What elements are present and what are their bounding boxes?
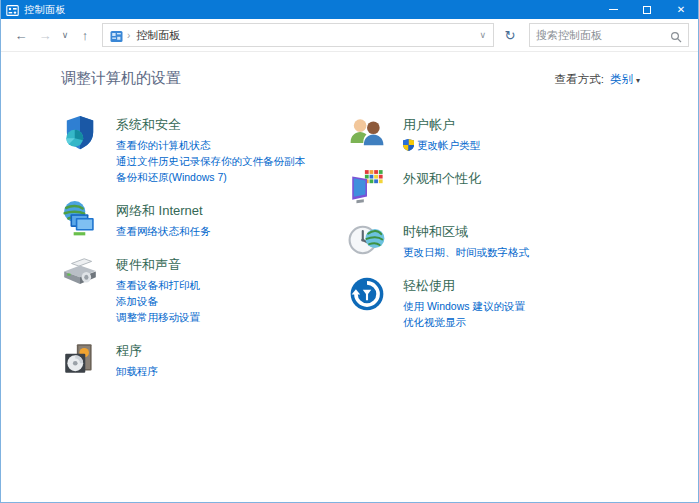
close-icon: ✕ <box>677 4 685 15</box>
programs-icon[interactable] <box>61 340 99 378</box>
link-change-account-type[interactable]: 更改帐户类型 <box>403 137 480 153</box>
link-view-devices-printers[interactable]: 查看设备和打印机 <box>116 277 200 293</box>
search-input[interactable] <box>536 29 670 41</box>
category-hardware-sound: 硬件和声音 查看设备和打印机 添加设备 调整常用移动设置 <box>61 254 348 325</box>
link-change-date-time-formats[interactable]: 更改日期、时间或数字格式 <box>403 244 529 260</box>
minimize-button[interactable] <box>596 0 630 19</box>
category-ease-of-access: 轻松使用 使用 Windows 建议的设置 优化视觉显示 <box>348 275 640 330</box>
address-bar[interactable]: › 控制面板 ∨ <box>102 23 494 47</box>
category-title-network-internet[interactable]: 网络和 Internet <box>116 202 203 220</box>
link-backup-restore-win7[interactable]: 备份和还原(Windows 7) <box>116 169 305 185</box>
hardware-sound-icon[interactable] <box>61 254 99 292</box>
window-title: 控制面板 <box>24 3 596 17</box>
view-by-control: 查看方式:类别▾ <box>555 72 640 87</box>
category-clock-region: 时钟和区域 更改日期、时间或数字格式 <box>348 221 640 260</box>
search-box <box>529 23 689 47</box>
forward-button[interactable]: → <box>33 23 57 47</box>
category-programs: 程序 卸载程序 <box>61 340 348 379</box>
link-view-network-status[interactable]: 查看网络状态和任务 <box>116 223 211 239</box>
breadcrumb[interactable]: 控制面板 <box>136 28 477 43</box>
title-bar: 控制面板 ✕ <box>1 0 698 19</box>
ease-of-access-icon[interactable] <box>348 275 386 313</box>
link-file-history-backup[interactable]: 通过文件历史记录保存你的文件备份副本 <box>116 153 305 169</box>
category-appearance-personalization: 外观和个性化 <box>348 168 640 206</box>
main-content: 调整计算机的设置 查看方式:类别▾ 系统和安全 查看你的计算机状态 通过文件历史… <box>1 52 698 394</box>
link-windows-suggested-settings[interactable]: 使用 Windows 建议的设置 <box>403 298 525 314</box>
maximize-icon <box>643 6 651 14</box>
system-security-icon[interactable] <box>61 114 99 152</box>
category-title-user-accounts[interactable]: 用户帐户 <box>403 116 455 134</box>
address-dropdown-chevron[interactable]: ∨ <box>477 30 488 40</box>
category-title-hardware-sound[interactable]: 硬件和声音 <box>116 256 181 274</box>
category-user-accounts: 用户帐户 更改帐户类型 <box>348 114 640 153</box>
minimize-icon <box>609 9 618 10</box>
page-title: 调整计算机的设置 <box>61 69 181 88</box>
link-optimize-visual-display[interactable]: 优化视觉显示 <box>403 314 525 330</box>
category-columns: 系统和安全 查看你的计算机状态 通过文件历史记录保存你的文件备份副本 备份和还原… <box>61 114 640 394</box>
close-button[interactable]: ✕ <box>664 0 698 19</box>
navigation-toolbar: ← → ∨ ↑ › 控制面板 ∨ ↻ <box>1 19 698 52</box>
up-button[interactable]: ↑ <box>73 23 97 47</box>
category-title-system-security[interactable]: 系统和安全 <box>116 116 181 134</box>
search-icon <box>670 29 682 41</box>
network-internet-icon[interactable] <box>61 200 99 238</box>
clock-region-icon[interactable] <box>348 221 386 259</box>
category-title-programs[interactable]: 程序 <box>116 342 142 360</box>
user-accounts-icon[interactable] <box>348 114 386 152</box>
left-column: 系统和安全 查看你的计算机状态 通过文件历史记录保存你的文件备份副本 备份和还原… <box>61 114 348 394</box>
breadcrumb-separator: › <box>127 30 130 41</box>
view-by-caret-icon: ▾ <box>636 76 640 85</box>
uac-shield-icon <box>403 139 414 151</box>
view-by-dropdown[interactable]: 类别 <box>610 73 633 85</box>
control-panel-window: 控制面板 ✕ ← → ∨ ↑ › 控制面板 ∨ ↻ <box>0 0 699 503</box>
control-panel-icon <box>6 3 19 16</box>
category-network-internet: 网络和 Internet 查看网络状态和任务 <box>61 200 348 239</box>
back-button[interactable]: ← <box>9 23 33 47</box>
link-uninstall-program[interactable]: 卸载程序 <box>116 363 158 379</box>
recent-pages-chevron[interactable]: ∨ <box>57 23 73 47</box>
right-column: 用户帐户 更改帐户类型 外观和个性化 <box>348 114 640 394</box>
link-view-computer-status[interactable]: 查看你的计算机状态 <box>116 137 305 153</box>
control-panel-mini-icon <box>110 29 123 42</box>
maximize-button[interactable] <box>630 0 664 19</box>
window-controls: ✕ <box>596 0 698 19</box>
category-system-security: 系统和安全 查看你的计算机状态 通过文件历史记录保存你的文件备份副本 备份和还原… <box>61 114 348 185</box>
refresh-button[interactable]: ↻ <box>497 23 523 47</box>
category-title-appearance-personalization[interactable]: 外观和个性化 <box>403 170 481 188</box>
category-title-clock-region[interactable]: 时钟和区域 <box>403 223 468 241</box>
link-change-account-type-label: 更改帐户类型 <box>417 139 480 151</box>
category-title-ease-of-access[interactable]: 轻松使用 <box>403 277 455 295</box>
appearance-personalization-icon[interactable] <box>348 168 386 206</box>
view-by-label: 查看方式: <box>555 73 604 85</box>
content-header: 调整计算机的设置 查看方式:类别▾ <box>61 69 640 88</box>
link-add-device[interactable]: 添加设备 <box>116 293 200 309</box>
link-adjust-mobility-settings[interactable]: 调整常用移动设置 <box>116 309 200 325</box>
